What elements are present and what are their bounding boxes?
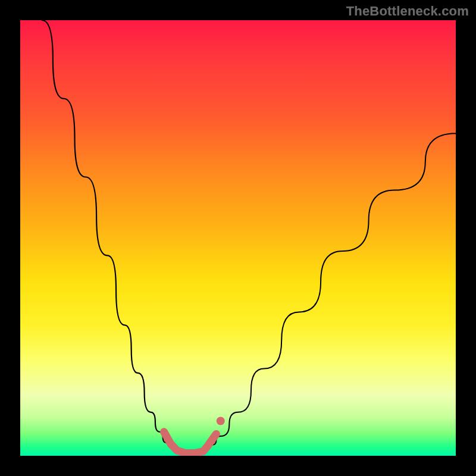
plot-area (20, 20, 456, 456)
curve-right-path (212, 133, 456, 444)
valley-dot (217, 416, 225, 425)
curve-left-path (42, 20, 171, 447)
chart-svg (20, 20, 456, 456)
valley-marker-path (164, 432, 217, 453)
chart-frame: TheBottleneck.com (0, 0, 476, 476)
watermark-text: TheBottleneck.com (346, 4, 469, 19)
